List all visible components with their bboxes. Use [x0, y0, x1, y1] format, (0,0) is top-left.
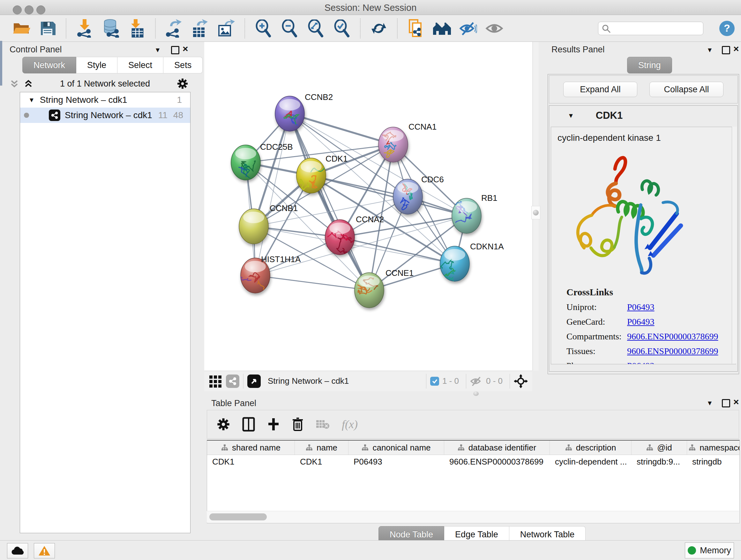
cloud-button[interactable]	[7, 543, 28, 558]
selected-checkbox-icon[interactable]	[430, 377, 439, 386]
column-header-database-identifier[interactable]: database identifier	[444, 441, 550, 455]
tab-style[interactable]: Style	[76, 57, 118, 73]
zoom-fit-button[interactable]	[307, 19, 325, 38]
toolbar-separator	[245, 18, 245, 38]
collection-expand-icon[interactable]: ▼	[28, 97, 35, 104]
show-all-button[interactable]	[485, 19, 503, 38]
crosslink-link[interactable]: P06493	[627, 317, 655, 327]
hidden-node-edge-counts: 0 - 0	[486, 376, 502, 386]
show-columns-icon[interactable]	[242, 417, 255, 432]
column-header-name[interactable]: name	[295, 441, 348, 455]
help-button[interactable]: ?	[719, 21, 735, 36]
network-edge-CCNB2-HIST1H1A[interactable]	[255, 114, 290, 275]
column-header-description[interactable]: description	[550, 441, 631, 455]
network-edge-CCNB2-CCNA1[interactable]	[290, 114, 393, 145]
warnings-button[interactable]	[34, 543, 55, 558]
new-network-from-selection-button[interactable]	[407, 19, 425, 38]
save-session-button[interactable]	[38, 19, 57, 38]
table-row[interactable]: CDK1CDK1P064939606.ENSP00000378699cyclin…	[207, 455, 739, 469]
gene-expand-icon[interactable]: ▼	[568, 112, 574, 119]
control-panel-tabs: Network Style Select Sets	[22, 57, 203, 73]
expand-all-button[interactable]: Expand All	[563, 82, 637, 97]
export-image-button[interactable]	[217, 19, 235, 38]
delete-column-icon[interactable]	[292, 417, 304, 432]
table-settings-gear-icon[interactable]	[217, 418, 230, 431]
hide-selected-button[interactable]	[459, 19, 477, 38]
refresh-button[interactable]	[369, 19, 388, 38]
network-node-CCNB2[interactable]: CCNB2	[275, 92, 333, 131]
zoom-out-button[interactable]	[280, 19, 299, 38]
horizontal-splitter-handle[interactable]	[473, 391, 479, 396]
table-cell[interactable]: cyclin-dependent ...	[550, 455, 631, 469]
network-splitter-handle[interactable]	[531, 206, 540, 219]
column-header-canonical-name[interactable]: canonical name	[348, 441, 444, 455]
zoom-selected-button[interactable]	[333, 19, 351, 38]
table-cell[interactable]: stringdb	[687, 455, 740, 469]
crosslink-link[interactable]: 9606.ENSP00000378699	[627, 331, 718, 341]
expand-all-networks-icon[interactable]	[23, 79, 33, 88]
column-header-shared-name[interactable]: shared name	[207, 441, 295, 455]
table-panel-menu-icon[interactable]: ▾	[708, 398, 712, 408]
control-panel-menu-icon[interactable]: ▾	[156, 45, 159, 54]
scrollbar-thumb[interactable]	[209, 513, 267, 520]
network-collection-row[interactable]: ▼ String Network – cdk1 1	[20, 92, 190, 108]
crosslink-link[interactable]: P06493	[627, 361, 655, 364]
network-node-CCNA1[interactable]: CCNA1	[379, 122, 436, 162]
import-table-button[interactable]	[128, 19, 146, 38]
search-input[interactable]	[598, 22, 703, 35]
network-node-RB1[interactable]: RB1	[452, 193, 497, 233]
network-node-CDK1[interactable]: CDK1	[292, 154, 347, 193]
network-edge-HIST1H1A-CCNE1[interactable]	[255, 275, 369, 290]
gene-section-header[interactable]: ▼ CDK1	[549, 106, 738, 125]
tab-select[interactable]: Select	[118, 57, 163, 73]
import-database-button[interactable]	[102, 19, 120, 38]
network-edge-CCNB2-CCNE1[interactable]	[290, 114, 369, 290]
control-panel-float-icon[interactable]	[171, 46, 179, 54]
network-node-HIST1H1A[interactable]: HIST1H1A	[233, 254, 301, 297]
results-panel-close-icon[interactable]: ×	[733, 44, 739, 54]
birdseye-view-icon[interactable]	[247, 374, 261, 388]
export-table-button[interactable]	[191, 19, 209, 38]
control-panel-close-icon[interactable]: ×	[183, 44, 188, 54]
network-node-CDC25B[interactable]: CDC25B	[231, 142, 293, 180]
memory-button[interactable]: Memory	[685, 543, 734, 558]
table-cell[interactable]: stringdb:9...	[631, 455, 687, 469]
results-panel-menu-icon[interactable]: ▾	[708, 45, 712, 54]
column-header-namespace[interactable]: namespace	[687, 441, 740, 455]
table-panel-close-icon[interactable]: ×	[733, 396, 739, 408]
network-node-CCNE1[interactable]: CCNE1	[354, 268, 414, 308]
network-view-footer: String Network – cdk1 1 - 0 0 - 0	[204, 371, 532, 391]
network-canvas[interactable]: CCNB2CCNA1CDC25BCDK1CDC6RB1CCNB1CCNA2CDK…	[204, 42, 532, 371]
collapse-all-button[interactable]: Collapse All	[650, 82, 724, 97]
table-horizontal-scrollbar[interactable]	[207, 511, 739, 523]
table-cell[interactable]: CDK1	[295, 455, 348, 469]
import-network-button[interactable]	[75, 19, 94, 38]
pan-crosshair-icon[interactable]	[514, 374, 528, 388]
network-share-icon[interactable]	[226, 374, 239, 388]
tab-string[interactable]: String	[627, 57, 672, 73]
crosslink-link[interactable]: 9606.ENSP00000378699	[627, 346, 718, 356]
first-neighbors-button[interactable]	[433, 19, 451, 38]
network-node-CDKN1A[interactable]: CDKN1A	[439, 242, 504, 283]
column-header--id[interactable]: @id	[631, 441, 687, 455]
tab-network[interactable]: Network	[22, 57, 76, 73]
table-cell[interactable]: CDK1	[207, 455, 295, 469]
table-cell[interactable]: P06493	[348, 455, 444, 469]
open-session-button[interactable]	[12, 19, 30, 38]
table-panel-float-icon[interactable]	[722, 399, 730, 408]
zoom-in-button[interactable]	[254, 19, 273, 38]
crosslink-link[interactable]: P06493	[627, 302, 655, 312]
network-options-gear-icon[interactable]	[177, 78, 188, 89]
network-node-CCNB1[interactable]: CCNB1	[239, 203, 298, 244]
export-network-button[interactable]	[165, 19, 183, 38]
results-scrollbar[interactable]	[732, 127, 737, 364]
grid-view-icon[interactable]	[209, 374, 223, 388]
tab-sets[interactable]: Sets	[163, 57, 203, 73]
toolbar-separator	[66, 18, 66, 38]
table-cell[interactable]: 9606.ENSP00000378699	[444, 455, 550, 469]
create-column-icon[interactable]	[267, 417, 280, 432]
results-panel-float-icon[interactable]	[722, 46, 730, 54]
network-edge-CCNA2-CDKN1A[interactable]	[340, 237, 455, 264]
collapse-all-networks-icon[interactable]	[10, 79, 19, 88]
network-row-selected[interactable]: String Network – cdk1 11 48	[20, 108, 190, 123]
